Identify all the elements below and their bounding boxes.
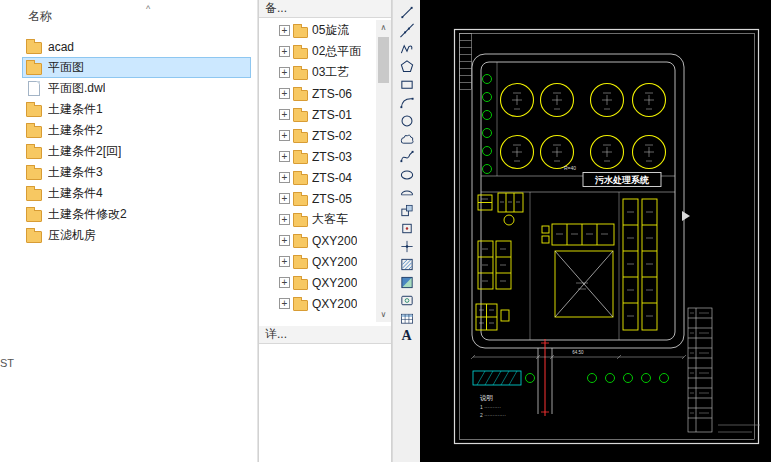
expand-icon[interactable]: +	[279, 109, 290, 120]
expand-icon[interactable]: +	[279, 67, 290, 78]
building-cross-bracing	[555, 251, 613, 317]
expand-icon[interactable]: +	[279, 235, 290, 246]
gradient-tool[interactable]	[395, 273, 419, 291]
scrollbar-track[interactable]	[376, 35, 391, 307]
expand-icon[interactable]: +	[279, 46, 290, 57]
expand-icon[interactable]: +	[279, 193, 290, 204]
point-tool[interactable]	[395, 237, 419, 255]
file-label: 土建条件1	[48, 101, 103, 118]
expand-icon[interactable]: +	[279, 25, 290, 36]
file-row-selected[interactable]: 平面图	[22, 57, 251, 78]
tree-item[interactable]: +ZTS-02	[259, 125, 376, 146]
notes-title: 说明	[480, 394, 493, 402]
revision-cloud-icon	[399, 131, 415, 146]
hatch-tool[interactable]	[395, 255, 419, 273]
sort-ascending-icon[interactable]: ^	[146, 4, 150, 14]
tree-item[interactable]: +ZTS-04	[259, 167, 376, 188]
file-row-dwl[interactable]: 平面图.dwl	[22, 78, 251, 99]
ellipse-tool[interactable]	[395, 165, 419, 183]
tree-rows: +05旋流 +02总平面 +03工艺 +ZTS-06 +ZTS-01 +ZTS-…	[259, 20, 376, 314]
banner-text: 污水处理系统	[594, 175, 650, 185]
folder-icon	[26, 168, 42, 180]
file-row[interactable]: 土建条件4	[22, 183, 251, 204]
polyline-tool[interactable]	[395, 39, 419, 57]
mtext-tool[interactable]: A	[395, 327, 419, 345]
tree-panel-header[interactable]: 备...	[259, 0, 391, 18]
tree-item[interactable]: +大客车	[259, 209, 376, 230]
tree-item[interactable]: +QXY200	[259, 230, 376, 251]
arc-icon	[399, 95, 415, 110]
file-row-acad[interactable]: acad	[22, 36, 251, 57]
expand-icon[interactable]: +	[279, 298, 290, 309]
line-tool[interactable]	[395, 3, 419, 21]
details-panel-header[interactable]: 详...	[259, 326, 391, 344]
file-label: acad	[48, 40, 74, 54]
file-row[interactable]: 土建条件1	[22, 99, 251, 120]
file-list-panel: 名称 ^ acad 平面图 平面图.dwl 土建条件1 土建条件2	[0, 0, 258, 462]
scroll-down-icon[interactable]: ∨	[376, 307, 391, 322]
tree-item[interactable]: +ZTS-01	[259, 104, 376, 125]
name-column-header[interactable]: 名称	[28, 8, 52, 25]
expand-icon[interactable]: +	[279, 214, 290, 225]
file-row[interactable]: 土建条件2	[22, 120, 251, 141]
make-block-icon	[399, 221, 415, 236]
tree-item[interactable]: +ZTS-05	[259, 188, 376, 209]
revision-cloud-tool[interactable]	[395, 129, 419, 147]
tree-item[interactable]: +QXY200	[259, 272, 376, 293]
arc-tool[interactable]	[395, 93, 419, 111]
expand-icon[interactable]: +	[279, 172, 290, 183]
folder-icon	[293, 111, 308, 122]
tree-item[interactable]: +ZTS-06	[259, 83, 376, 104]
expand-icon[interactable]: +	[279, 88, 290, 99]
road-arrow	[682, 211, 690, 221]
expand-icon[interactable]: +	[279, 256, 290, 267]
circle-tool[interactable]	[395, 111, 419, 129]
tree-body: +05旋流 +02总平面 +03工艺 +ZTS-06 +ZTS-01 +ZTS-…	[259, 18, 391, 326]
file-label: 平面图.dwl	[48, 80, 105, 97]
file-row[interactable]: 土建条件3	[22, 162, 251, 183]
folder-icon	[26, 126, 42, 138]
tree-item[interactable]: +02总平面	[259, 41, 376, 62]
region-tool[interactable]	[395, 291, 419, 309]
folder-icon	[26, 210, 42, 222]
cad-canvas[interactable]: 污水处理系统 R=40	[420, 0, 771, 462]
file-row[interactable]: 压滤机房	[22, 225, 251, 246]
polygon-icon	[399, 59, 415, 74]
dimension-lines	[471, 355, 686, 359]
folder-icon	[293, 279, 308, 290]
file-row[interactable]: 土建条件2[回]	[22, 141, 251, 162]
tree-item[interactable]: +05旋流	[259, 20, 376, 41]
folder-icon	[293, 216, 308, 227]
folder-icon	[293, 195, 308, 206]
tree-item[interactable]: +QXY200	[259, 251, 376, 272]
insert-block-tool[interactable]	[395, 201, 419, 219]
tree-item[interactable]: +QXY200	[259, 293, 376, 314]
construction-line-tool[interactable]	[395, 21, 419, 39]
folder-icon	[293, 27, 308, 38]
notes-block: 说明 1 ·········· 2 ·············	[480, 394, 506, 418]
file-label: 土建条件2[回]	[48, 143, 121, 160]
ellipse-arc-tool[interactable]	[395, 183, 419, 201]
scroll-up-icon[interactable]: ∧	[376, 20, 391, 35]
file-row[interactable]: 土建条件修改2	[22, 204, 251, 225]
rectangle-tool[interactable]	[395, 75, 419, 93]
legend-table	[460, 34, 472, 90]
polygon-tool[interactable]	[395, 57, 419, 75]
dimension-label: 64.50	[572, 350, 584, 355]
tree-item[interactable]: +03工艺	[259, 62, 376, 83]
details-panel-body	[259, 344, 391, 462]
expand-icon[interactable]: +	[279, 151, 290, 162]
spline-tool[interactable]	[395, 147, 419, 165]
ellipse-arc-icon	[399, 185, 415, 200]
tree-item[interactable]: +ZTS-03	[259, 146, 376, 167]
scrollbar-thumb[interactable]	[378, 37, 389, 83]
table-icon	[399, 311, 415, 326]
hatch-icon	[399, 257, 415, 272]
make-block-tool[interactable]	[395, 219, 419, 237]
expand-icon[interactable]: +	[279, 130, 290, 141]
table-tool[interactable]	[395, 309, 419, 327]
tree-scrollbar[interactable]: ∧ ∨	[376, 20, 391, 322]
expand-icon[interactable]: +	[279, 277, 290, 288]
water-channel	[473, 371, 521, 385]
layout-tree-panel: 备... +05旋流 +02总平面 +03工艺 +ZTS-06 +ZTS-01 …	[258, 0, 392, 462]
